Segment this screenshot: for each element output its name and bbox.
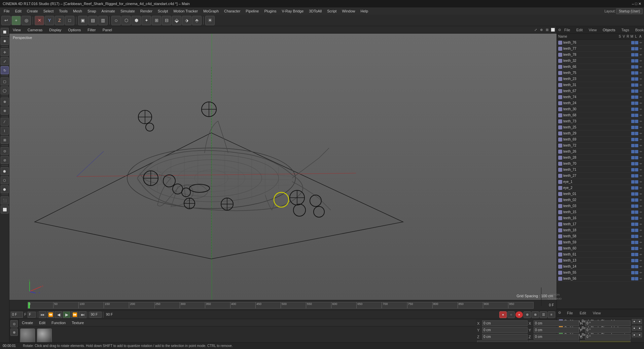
z-rot-field[interactable] <box>534 334 579 340</box>
object-list-item-teeth_61[interactable]: teeth_61 ✏ <box>557 251 644 258</box>
object-list-item-teeth_16[interactable]: teeth_16 ✏ <box>557 215 644 221</box>
mirror-tool[interactable]: ⊘ <box>1 156 9 164</box>
minimize-btn[interactable]: – <box>632 2 634 6</box>
object-list-item-teeth_66[interactable]: teeth_66 ✏ <box>557 64 644 70</box>
extra-tool1[interactable]: ⬛ <box>1 196 9 204</box>
extra-tool2[interactable]: ⬜ <box>1 205 9 214</box>
extrude-tool[interactable]: ⊞ <box>1 136 9 144</box>
menu-file[interactable]: File <box>1 8 12 14</box>
rt-tab-edit[interactable]: Edit <box>574 27 585 33</box>
vp-menu-cameras[interactable]: Cameras <box>26 27 45 33</box>
menu-motiontracker[interactable]: Motion Tracker <box>171 8 200 14</box>
object-list-item-teeth_25[interactable]: teeth_25 ✏ <box>557 124 644 130</box>
vp-icon-camera[interactable]: ⊕ <box>539 28 544 32</box>
object-list-item-teeth_24[interactable]: teeth_24 ✏ <box>557 100 644 106</box>
b-field[interactable] <box>585 334 631 340</box>
object-list-item-teeth_32[interactable]: teeth_32 ✏ <box>557 58 644 64</box>
rt-tab-file[interactable]: File <box>562 27 573 33</box>
menu-simulate[interactable]: Simulate <box>118 8 137 14</box>
key-extra-btn[interactable]: ≡ <box>548 311 555 318</box>
object-list-item-teeth_23[interactable]: teeth_23 ✏ <box>557 76 644 82</box>
points-tool[interactable]: ✱ <box>1 37 9 45</box>
object-list-item-teeth_14[interactable]: teeth_14 ✏ <box>557 264 644 270</box>
knife-tool[interactable]: ∕ <box>1 118 9 126</box>
goto-start-btn[interactable]: ⏮ <box>39 311 46 318</box>
object-list-item-teeth_29[interactable]: teeth_29 ✏ <box>557 130 644 137</box>
x-pos-field[interactable] <box>482 320 528 326</box>
rb-tab-view[interactable]: View <box>590 310 604 316</box>
rb-tab-file[interactable]: File <box>564 310 576 316</box>
object-list-item-teeth_15[interactable]: teeth_15 ✏ <box>557 209 644 215</box>
scene-visibility-btn[interactable]: ● <box>632 326 637 331</box>
rt-tab-bookmarks[interactable]: Bookmarks <box>633 27 644 33</box>
bridge-tool[interactable]: ⌇ <box>1 127 9 135</box>
mat-menu-edit[interactable]: Edit <box>37 320 47 325</box>
play-reverse-btn[interactable]: ◀ <box>55 311 62 318</box>
maximize-btn[interactable]: □ <box>635 2 637 6</box>
menu-3dtoall[interactable]: 3DToAll <box>307 8 324 14</box>
menu-script[interactable]: Script <box>325 8 339 14</box>
object-list-item-teeth_75[interactable]: teeth_75 ✏ <box>557 70 644 76</box>
menu-snap[interactable]: Snap <box>85 8 99 14</box>
rt-tab-tags[interactable]: Tags <box>619 27 632 33</box>
menu-vray[interactable]: V-Ray Bridge <box>280 8 306 14</box>
object-list-item-teeth_77[interactable]: teeth_77 ✏ <box>557 46 644 52</box>
menu-edit[interactable]: Edit <box>13 8 24 14</box>
object-list-item-teeth_17[interactable]: teeth_17 ✏ <box>557 221 644 227</box>
scene-render-btn[interactable]: ● <box>637 333 642 337</box>
light-btn[interactable]: ✦ <box>142 16 151 25</box>
rb-tab-edit[interactable]: Edit <box>577 310 589 316</box>
h-field[interactable] <box>585 320 631 326</box>
spline-btn[interactable]: ⬗ <box>182 16 191 25</box>
scene-render-btn[interactable]: ● <box>637 326 642 331</box>
texture-mode-btn[interactable]: Y <box>45 16 54 25</box>
vp-icon-maximize[interactable]: ⬜ <box>550 28 555 32</box>
render-region-btn[interactable]: ▣ <box>78 16 87 25</box>
menu-window[interactable]: Window <box>339 8 357 14</box>
menu-sculpt[interactable]: Sculpt <box>155 8 171 14</box>
vp-icon-move[interactable]: ⤢ <box>533 28 538 32</box>
prev-key-btn[interactable]: ⏪ <box>47 311 54 318</box>
vp-menu-options[interactable]: Options <box>66 27 83 33</box>
menu-help[interactable]: Help <box>358 8 371 14</box>
vp-menu-display[interactable]: Display <box>47 27 63 33</box>
layout-value[interactable]: Startup (User) <box>616 8 643 14</box>
menu-pipeline[interactable]: Pipeline <box>243 8 261 14</box>
preview-end-field[interactable] <box>90 312 102 318</box>
object-list-item-teeth_27[interactable]: teeth_27 ✏ <box>557 173 644 179</box>
object-list-item-teeth_18[interactable]: teeth_18 ✏ <box>557 227 644 233</box>
nurbs-btn[interactable]: ⬘ <box>192 16 202 25</box>
key-more-btn[interactable]: ⊕ <box>524 311 531 318</box>
z-pos-field[interactable] <box>482 334 528 340</box>
object-list-item-teeth_30[interactable]: teeth_30 ✏ <box>557 106 644 112</box>
menu-plugins[interactable]: Plugins <box>262 8 279 14</box>
obj-mode-btn[interactable]: □ <box>65 16 74 25</box>
select-circle-tool[interactable]: ◯ <box>1 86 9 94</box>
goto-end-btn[interactable]: ⏭ <box>79 311 86 318</box>
menu-mograph[interactable]: MoGraph <box>201 8 221 14</box>
rb-tool-icon[interactable]: ⊙ <box>558 311 563 315</box>
object-list-item-teeth_31[interactable]: teeth_31 ✏ <box>557 82 644 88</box>
live-selection-btn[interactable]: ◎ <box>22 16 31 25</box>
object-list-item-teeth_26[interactable]: teeth_26 ✏ <box>557 149 644 155</box>
object-list-item-teeth_58[interactable]: teeth_58 ✏ <box>557 233 644 239</box>
object-list-item-teeth_13[interactable]: teeth_13 ✏ <box>557 258 644 264</box>
fps-field[interactable] <box>28 312 36 318</box>
scale-tool[interactable]: ⤢ <box>1 57 9 65</box>
rt-tab-view[interactable]: View <box>586 27 600 33</box>
vp-menu-filter[interactable]: Filter <box>85 27 98 33</box>
object-list-item-teeth_76[interactable]: teeth_76 ✏ <box>557 40 644 46</box>
scene-visibility-btn[interactable]: ● <box>632 333 637 337</box>
object-list-item-teeth_68[interactable]: teeth_68 ✏ <box>557 112 644 118</box>
object-list-item-teeth_72[interactable]: teeth_72 ✏ <box>557 143 644 149</box>
key-pos-btn[interactable]: ● <box>515 311 523 318</box>
camera-btn[interactable]: ⊞ <box>152 16 161 25</box>
sphere-btn[interactable]: ⬢ <box>132 16 141 25</box>
smooth-tool[interactable]: ⬡ <box>1 176 9 184</box>
select-rect-tool[interactable]: ▢ <box>1 77 9 85</box>
render-view-btn[interactable]: ▤ <box>88 16 98 25</box>
y-pos-field[interactable] <box>482 327 528 333</box>
object-list-item-teeth_01[interactable]: teeth_01 ✏ <box>557 191 644 197</box>
play-btn[interactable]: ▶ <box>63 311 70 318</box>
loop-sel-tool[interactable]: ⊕ <box>1 98 9 106</box>
